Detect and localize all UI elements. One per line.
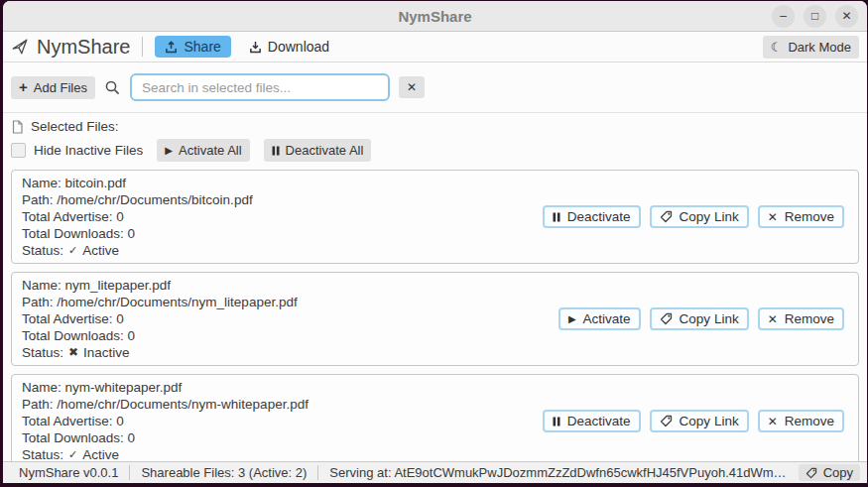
file-advertise-line: Total Advertise: 0 — [22, 310, 298, 327]
file-name-line: Name: nym-whitepaper.pdf — [22, 379, 309, 396]
file-card: Name: nym-whitepaper.pdf Path: /home/chr… — [11, 374, 859, 461]
copy-link-button[interactable]: Copy Link — [650, 205, 749, 228]
version-label: NymShare v0.0.1 — [8, 465, 130, 480]
deactivate-button[interactable]: Deactivate — [543, 410, 641, 432]
remove-label: Remove — [785, 311, 834, 326]
path-value: /home/chr/Documents/nym-whitepaper.pdf — [57, 397, 309, 412]
activate-button[interactable]: ▶ Activate — [558, 307, 641, 330]
dark-mode-button[interactable]: ☾ Dark Mode — [763, 36, 859, 59]
activate-all-label: Activate All — [179, 143, 242, 158]
section-separator — [3, 112, 867, 113]
tab-share[interactable]: Share — [155, 36, 230, 58]
copy-address-button[interactable]: Copy — [799, 464, 860, 481]
check-icon: ✓ — [68, 242, 77, 259]
activate-all-button[interactable]: ▶ Activate All — [157, 139, 249, 162]
tab-download[interactable]: Download — [239, 36, 339, 58]
remove-button[interactable]: ✕ Remove — [758, 205, 844, 228]
status-value: Inactive — [83, 344, 130, 361]
deactivate-button[interactable]: Deactivate — [543, 205, 641, 228]
desktop-frame: NymShare – □ ✕ NymShare Share — [0, 0, 868, 487]
downloads-value: 0 — [128, 226, 136, 241]
pause-icon — [553, 212, 560, 222]
window-title: NymShare — [3, 8, 867, 25]
document-icon — [11, 120, 24, 134]
maximize-button[interactable]: □ — [804, 5, 826, 28]
copy-link-button[interactable]: Copy Link — [650, 307, 749, 330]
file-downloads-line: Total Downloads: 0 — [22, 327, 298, 344]
path-label: Path: — [22, 192, 54, 207]
pause-icon — [272, 146, 280, 156]
tag-icon — [806, 467, 817, 479]
copy-link-label: Copy Link — [680, 209, 739, 224]
copy-link-button[interactable]: Copy Link — [650, 410, 749, 432]
file-details: Name: bitcoin.pdf Path: /home/chr/Docume… — [22, 175, 253, 259]
advertise-value: 0 — [116, 209, 124, 224]
paper-plane-logo-icon — [11, 38, 29, 56]
copy-link-label: Copy Link — [680, 311, 739, 326]
path-label: Path: — [22, 295, 54, 309]
window-controls: – □ ✕ — [772, 5, 858, 28]
file-status-line: Status: ✓ Active — [22, 242, 119, 259]
x-icon: ✕ — [768, 415, 778, 428]
close-icon: ✕ — [841, 9, 851, 23]
deactivate-all-label: Deactivate All — [286, 143, 364, 158]
file-status-line: Status: ✓ Active — [22, 446, 119, 461]
tag-icon — [660, 312, 673, 325]
main-content: + Add Files ✕ Selected Files: — [3, 62, 867, 461]
toolbar: NymShare Share Download ☾ Dark Mode — [3, 32, 867, 62]
x-icon: ✕ — [768, 312, 778, 326]
brand-name: NymShare — [37, 36, 130, 59]
file-card-actions: Deactivate Copy Link ✕ Remove — [543, 410, 844, 432]
tab-download-label: Download — [268, 39, 329, 55]
name-value: nym_litepaper.pdf — [65, 278, 172, 293]
hide-inactive-label: Hide Inactive Files — [34, 143, 143, 158]
pause-icon — [553, 417, 560, 426]
minimize-icon: – — [780, 9, 787, 23]
remove-button[interactable]: ✕ Remove — [758, 410, 844, 432]
hide-inactive-checkbox[interactable] — [11, 143, 26, 158]
path-value: /home/chr/Documents/bitcoin.pdf — [57, 192, 252, 207]
file-advertise-line: Total Advertise: 0 — [22, 413, 309, 429]
name-value: nym-whitepaper.pdf — [65, 380, 183, 395]
deactivate-all-button[interactable]: Deactivate All — [264, 139, 372, 162]
remove-button[interactable]: ✕ Remove — [758, 307, 844, 330]
add-files-button[interactable]: + Add Files — [11, 76, 95, 99]
status-label: Status: — [22, 446, 63, 461]
status-label: Status: — [22, 344, 63, 361]
path-label: Path: — [22, 397, 54, 412]
file-name-line: Name: nym_litepaper.pdf — [22, 277, 298, 294]
status-value: Active — [82, 242, 119, 259]
plus-icon: + — [19, 82, 28, 92]
copy-address-label: Copy — [823, 465, 853, 480]
downloads-label: Total Downloads: — [22, 328, 124, 343]
file-name-line: Name: bitcoin.pdf — [22, 175, 253, 191]
path-value: /home/chr/Documents/nym_litepaper.pdf — [57, 295, 297, 309]
clear-search-button[interactable]: ✕ — [399, 76, 425, 98]
minimize-button[interactable]: – — [772, 5, 795, 28]
x-icon: ✕ — [768, 210, 778, 224]
maximize-icon: □ — [811, 9, 818, 23]
file-details: Name: nym_litepaper.pdf Path: /home/chr/… — [22, 277, 298, 361]
search-input[interactable] — [130, 73, 390, 101]
advertise-label: Total Advertise: — [22, 311, 113, 326]
file-advertise-line: Total Advertise: 0 — [22, 208, 253, 225]
tag-icon — [660, 210, 673, 223]
list-controls-row: Hide Inactive Files ▶ Activate All Deact… — [11, 139, 859, 162]
check-icon: ✓ — [68, 446, 77, 461]
moon-icon: ☾ — [771, 40, 783, 55]
share-icon — [165, 41, 178, 54]
downloads-label: Total Downloads: — [22, 226, 124, 241]
selected-files-heading: Selected Files: — [11, 119, 859, 134]
shareable-files-label: Shareable Files: 3 (Active: 2) — [130, 465, 318, 480]
close-button[interactable]: ✕ — [835, 5, 858, 28]
downloads-label: Total Downloads: — [22, 430, 124, 445]
search-icon — [104, 79, 121, 96]
dark-mode-label: Dark Mode — [788, 40, 851, 55]
file-actions-row: + Add Files ✕ — [11, 73, 859, 101]
app-window: NymShare – □ ✕ NymShare Share — [3, 1, 867, 483]
play-icon: ▶ — [568, 313, 576, 324]
toggle-label: Activate — [583, 311, 631, 326]
toggle-label: Deactivate — [567, 414, 631, 428]
toolbar-divider — [142, 37, 143, 57]
downloads-value: 0 — [128, 328, 136, 343]
